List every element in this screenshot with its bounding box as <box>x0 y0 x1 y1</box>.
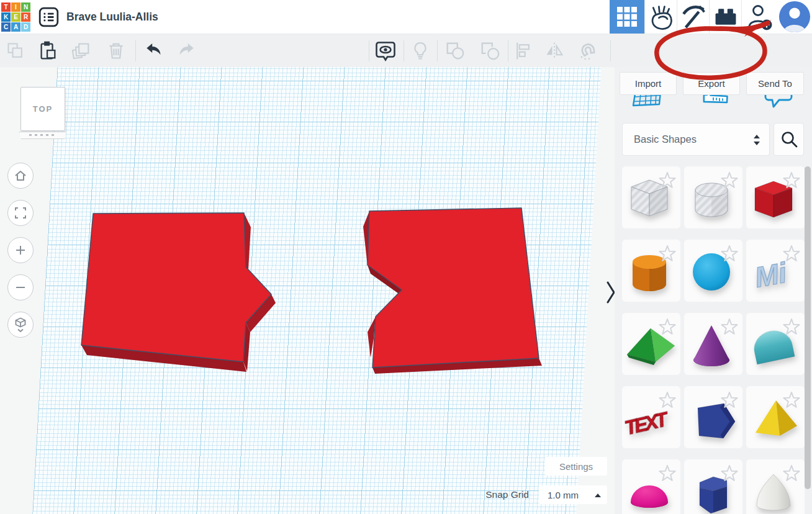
snap-grid-value: 1.0 mm <box>548 490 579 500</box>
logo-tile-t: T <box>1 2 11 12</box>
home-view-button[interactable] <box>7 163 34 189</box>
design-properties-button[interactable] <box>38 6 60 28</box>
sort-arrows-icon <box>752 133 762 147</box>
copy-icon <box>6 41 25 61</box>
undo-icon <box>143 41 164 61</box>
toolbar-divider <box>404 40 404 61</box>
view-cube-front-face[interactable] <box>19 132 66 139</box>
shape-library-select[interactable]: Basic Shapes <box>622 123 770 156</box>
zoom-out-button[interactable] <box>7 274 34 300</box>
shape-tile-transparent-cylinder[interactable] <box>684 166 742 228</box>
shape-library-value: Basic Shapes <box>634 133 697 145</box>
zoom-in-button[interactable] <box>7 237 34 263</box>
align-button[interactable] <box>512 39 535 63</box>
paste-icon <box>37 40 58 61</box>
pickaxe-icon <box>681 4 706 30</box>
redo-button[interactable] <box>175 39 199 63</box>
favorite-star-icon[interactable] <box>784 319 800 334</box>
fit-view-button[interactable] <box>7 200 34 226</box>
hand-icon <box>649 3 674 30</box>
shape-tile-transparent-box[interactable] <box>622 166 680 228</box>
zoom-out-icon <box>13 280 28 295</box>
avatar[interactable] <box>777 0 812 34</box>
shape-tile-polygon[interactable] <box>684 386 742 448</box>
show-all-button[interactable] <box>374 39 397 63</box>
logo-tile-k: K <box>1 12 11 22</box>
favorite-star-icon[interactable] <box>660 466 675 480</box>
red-plate-with-tab[interactable] <box>81 213 276 372</box>
favorite-star-icon[interactable] <box>722 466 738 480</box>
group-icon <box>444 40 466 61</box>
mirror-icon <box>544 41 565 61</box>
brick-icon <box>713 4 739 29</box>
top-bar: TINKERCAD Brave Luulia-Allis <box>0 0 812 34</box>
tinkercad-logo[interactable]: TINKERCAD <box>1 2 30 32</box>
favorite-star-icon[interactable] <box>784 392 800 407</box>
add-person-icon <box>746 2 774 31</box>
import-button[interactable]: Import <box>620 72 677 95</box>
favorite-star-icon[interactable] <box>784 173 800 187</box>
favorite-star-icon[interactable] <box>660 392 675 407</box>
caret-up-icon <box>595 494 601 497</box>
group-button[interactable] <box>443 39 467 63</box>
favorite-star-icon[interactable] <box>784 466 800 480</box>
perspective-button[interactable] <box>7 312 34 338</box>
zoom-in-icon <box>13 243 28 258</box>
toolbar-divider <box>610 40 611 61</box>
red-plate-with-notch[interactable] <box>363 208 542 374</box>
blocks-grid-tab[interactable] <box>610 0 644 34</box>
favorite-star-icon[interactable] <box>784 246 800 261</box>
magnet-button[interactable] <box>576 39 600 63</box>
shape-tile-hex-prism[interactable] <box>684 459 742 514</box>
shape-tile-cylinder[interactable] <box>622 240 680 302</box>
toolbar-divider <box>369 40 369 61</box>
align-icon <box>513 41 533 61</box>
blocks-grid-icon <box>616 6 638 27</box>
shape-tile-paraboloid[interactable] <box>746 459 805 514</box>
favorite-star-icon[interactable] <box>722 319 738 334</box>
hand-tab[interactable] <box>644 0 677 34</box>
snap-grid-label: Snap Grid <box>435 489 529 500</box>
view-cube-label: TOP <box>33 104 53 114</box>
send-to-button[interactable]: Send To <box>746 72 804 95</box>
shape-tile-cone[interactable] <box>684 313 742 375</box>
lightbulb-icon <box>410 40 430 61</box>
add-person-tab[interactable] <box>741 0 777 34</box>
bricks-tab[interactable] <box>709 0 741 34</box>
logo-tile-e: E <box>11 12 20 22</box>
perspective-cube-icon <box>12 317 29 333</box>
shape-tile-sphere[interactable] <box>684 240 742 302</box>
view-cube[interactable]: TOP <box>20 87 65 131</box>
toolbar-divider <box>437 40 438 61</box>
paste-button[interactable] <box>36 39 60 63</box>
undo-button[interactable] <box>142 39 165 63</box>
logo-tile-i: I <box>11 2 20 12</box>
avatar-icon <box>778 1 811 33</box>
duplicate-button[interactable] <box>70 39 93 63</box>
shape-tile-roof[interactable] <box>622 313 680 375</box>
mirror-button[interactable] <box>543 39 566 63</box>
settings-button[interactable]: Settings <box>545 457 607 476</box>
light-button[interactable] <box>408 39 432 63</box>
minecraft-tab[interactable] <box>677 0 709 34</box>
snap-grid-select[interactable]: 1.0 mm <box>539 485 607 504</box>
delete-button[interactable] <box>104 39 128 63</box>
shape-tile-scribble[interactable]: Mi <box>746 240 805 302</box>
favorite-star-icon[interactable] <box>660 319 675 334</box>
copy-button[interactable] <box>4 39 27 63</box>
list-properties-icon <box>38 6 60 28</box>
shape-tile-pyramid[interactable] <box>746 386 805 448</box>
tinkercad-app: TINKERCAD Brave Luulia-Allis <box>0 0 812 514</box>
export-button[interactable]: Export <box>683 72 740 95</box>
canvas-3d-viewport[interactable]: TOP <box>0 67 615 514</box>
ungroup-button[interactable] <box>478 39 502 63</box>
favorite-star-icon[interactable] <box>722 173 738 187</box>
shape-tile-round-roof[interactable] <box>746 313 805 375</box>
search-button[interactable] <box>774 123 804 156</box>
trash-icon <box>106 40 126 61</box>
shape-tile-half-sphere[interactable] <box>622 459 680 514</box>
shape-tile-text[interactable]: TEXT <box>622 386 680 448</box>
collapse-panel-button[interactable] <box>603 281 615 305</box>
scrollbar-thumb[interactable] <box>805 166 811 489</box>
shape-tile-box[interactable] <box>746 166 805 228</box>
